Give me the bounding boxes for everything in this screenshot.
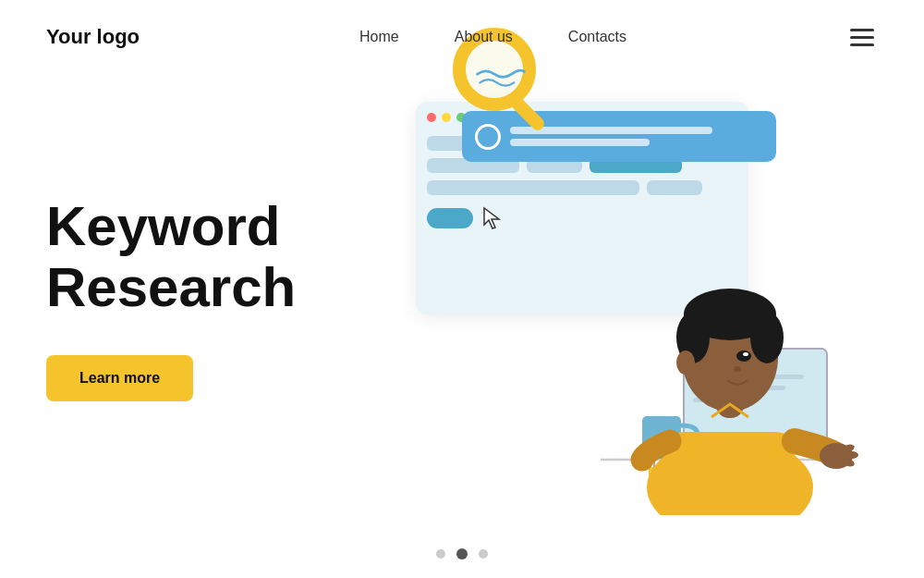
nav-home[interactable]: Home — [359, 29, 399, 45]
pagination — [436, 548, 488, 560]
dot-yellow — [442, 113, 451, 122]
hamburger-line-1 — [850, 29, 874, 31]
site-header: Your logo Home About us Contacts — [0, 0, 924, 74]
nav-contacts[interactable]: Contacts — [568, 29, 626, 45]
hero-left: Keyword Research Learn more — [46, 196, 342, 401]
logo: Your logo — [46, 25, 140, 49]
hero-section: Keyword Research Learn more — [0, 74, 924, 523]
svg-point-24 — [736, 350, 751, 362]
hamburger-menu[interactable] — [846, 25, 878, 50]
svg-marker-0 — [484, 208, 499, 228]
pagination-dot-1[interactable] — [436, 549, 445, 559]
svg-point-26 — [734, 366, 741, 372]
toggle-button — [427, 208, 473, 228]
svg-point-25 — [743, 352, 748, 356]
hero-illustration — [342, 74, 878, 523]
main-nav: Home About us Contacts — [359, 29, 626, 45]
person-illustration — [573, 164, 859, 515]
svg-point-16 — [845, 451, 858, 459]
svg-point-23 — [686, 296, 774, 337]
dot-red — [427, 113, 436, 122]
magnifier-handle — [508, 94, 547, 133]
pagination-dot-3[interactable] — [479, 549, 488, 559]
nav-about[interactable]: About us — [455, 29, 513, 45]
hamburger-line-2 — [850, 36, 874, 39]
hero-title: Keyword Research — [46, 196, 342, 318]
cursor-icon — [482, 206, 503, 230]
svg-point-27 — [676, 350, 695, 375]
learn-more-button[interactable]: Learn more — [46, 355, 193, 401]
svg-rect-13 — [665, 432, 795, 506]
pagination-dot-2[interactable] — [456, 548, 468, 560]
hamburger-line-3 — [850, 43, 874, 46]
